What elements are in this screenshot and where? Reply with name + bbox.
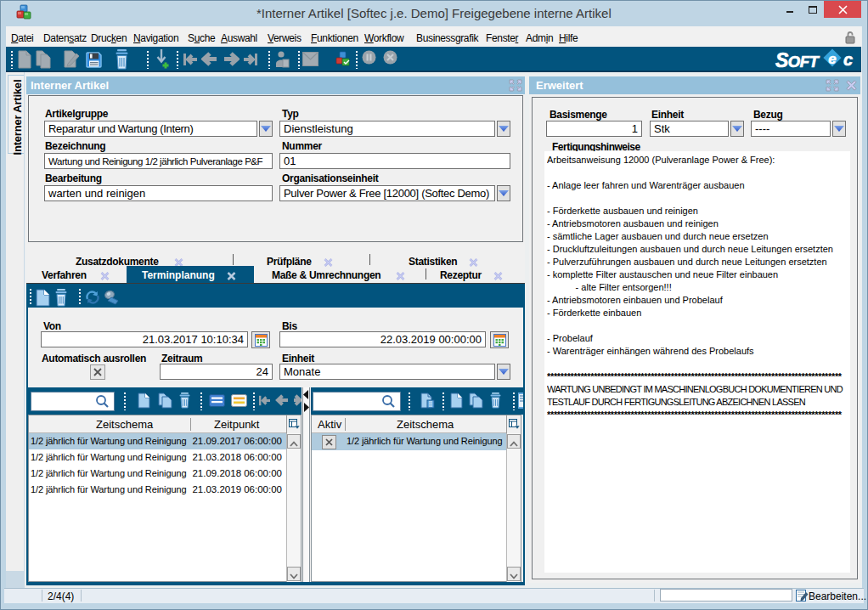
svg-text:e: e [828,51,836,67]
